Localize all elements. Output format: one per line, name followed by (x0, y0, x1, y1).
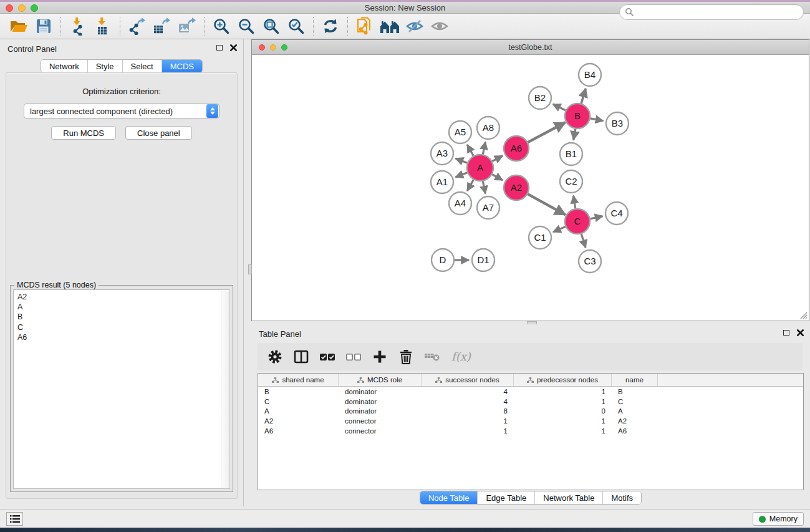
import-network-icon[interactable] (65, 16, 90, 37)
edge-A-A8[interactable] (483, 142, 485, 155)
node-A5[interactable]: A5 (449, 121, 471, 143)
node-D[interactable]: D (432, 249, 454, 271)
select-all-icon[interactable] (319, 348, 336, 365)
edge-A-A5[interactable] (467, 145, 473, 156)
edge-B-B2[interactable] (553, 104, 566, 110)
splitter-handle-vertical[interactable] (248, 264, 252, 274)
network-canvas[interactable]: B4B2BB3A8A5A6A3B1AA1C2A2A4A7C4CC1DD1C3 (252, 55, 809, 321)
gear-icon[interactable] (266, 348, 284, 365)
table-row[interactable]: A6connector11A6 (258, 426, 803, 436)
node-table[interactable]: shared nameMCDS rolesuccessor nodesprede… (258, 373, 804, 490)
task-history-button[interactable] (6, 512, 23, 526)
table-tab-motifs[interactable]: Motifs (602, 491, 641, 504)
edge-A-A6[interactable] (492, 156, 503, 162)
node-A6[interactable]: A6 (504, 136, 529, 161)
add-row-icon[interactable] (371, 348, 388, 365)
export-network-icon[interactable] (125, 16, 150, 37)
edge-C-C4[interactable] (591, 216, 603, 219)
memory-button[interactable]: Memory (753, 512, 804, 526)
node-B2[interactable]: B2 (529, 87, 551, 109)
network-window-titlebar[interactable]: testGlobe.txt (252, 40, 809, 55)
node-table-header[interactable]: shared nameMCDS rolesuccessor nodesprede… (258, 374, 803, 387)
zoom-fit-icon[interactable] (259, 16, 284, 37)
close-table-panel-icon[interactable] (797, 329, 804, 336)
edge-A-A1[interactable] (456, 173, 468, 177)
network-minimize-button[interactable] (270, 44, 276, 51)
edge-C-C3[interactable] (581, 234, 586, 248)
tab-style[interactable]: Style (87, 60, 122, 72)
edge-A2-C[interactable] (528, 194, 565, 215)
houses-icon[interactable] (377, 16, 402, 37)
zoom-window-button[interactable] (31, 4, 38, 12)
export-table-icon[interactable] (150, 16, 175, 37)
network-close-button[interactable] (259, 44, 265, 51)
table-tab-edge-table[interactable]: Edge Table (477, 491, 534, 504)
mcds-result-list[interactable]: A2ABCA6 (13, 289, 230, 489)
edge-A-A4[interactable] (467, 180, 473, 191)
node-A4[interactable]: A4 (449, 192, 471, 215)
node-A8[interactable]: A8 (477, 117, 499, 139)
node-A7[interactable]: A7 (477, 196, 499, 219)
search-input[interactable] (634, 6, 803, 19)
network-zoom-button[interactable] (281, 44, 287, 51)
float-panel-icon[interactable] (216, 45, 223, 51)
column-header-successor-nodes[interactable]: successor nodes (422, 374, 514, 386)
node-A2[interactable]: A2 (504, 175, 529, 200)
node-B4[interactable]: B4 (579, 64, 601, 86)
node-B[interactable]: B (565, 104, 590, 128)
column-icon[interactable] (292, 348, 310, 365)
tab-mcds[interactable]: MCDS (162, 60, 202, 72)
refresh-icon[interactable] (318, 16, 343, 37)
edge-A-A3[interactable] (456, 158, 468, 163)
import-table-icon[interactable] (90, 16, 115, 37)
zoom-in-icon[interactable] (209, 16, 234, 37)
table-tab-node-table[interactable]: Node Table (420, 491, 478, 504)
save-session-icon[interactable] (31, 16, 56, 37)
result-item[interactable]: B (17, 312, 229, 322)
edge-C-C2[interactable] (574, 196, 576, 209)
zoom-out-icon[interactable] (234, 16, 259, 37)
edge-C-C1[interactable] (553, 226, 566, 232)
table-row[interactable]: Adominator80A (258, 407, 803, 417)
open-session-icon[interactable] (6, 16, 31, 37)
node-C4[interactable]: C4 (605, 202, 628, 225)
float-table-panel-icon[interactable] (783, 330, 789, 336)
search-box[interactable] (619, 4, 804, 20)
node-A3[interactable]: A3 (431, 142, 453, 165)
column-header-predecessor-nodes[interactable]: predecessor nodes (514, 374, 612, 386)
hide-selected-icon[interactable] (402, 16, 427, 37)
tab-network[interactable]: Network (41, 60, 87, 72)
export-image-icon[interactable] (175, 16, 200, 37)
edge-B-B4[interactable] (581, 89, 586, 104)
criterion-dropdown[interactable]: largest connected component (directed) (24, 104, 219, 118)
minimize-window-button[interactable] (18, 4, 26, 12)
node-C1[interactable]: C1 (529, 226, 551, 249)
table-row[interactable]: A2connector11A2 (258, 416, 803, 426)
resize-grip-icon[interactable] (799, 311, 808, 319)
edge-A-A7[interactable] (483, 181, 485, 194)
node-C3[interactable]: C3 (579, 250, 601, 273)
zoom-selected-icon[interactable] (284, 16, 309, 37)
close-window-button[interactable] (6, 4, 13, 12)
result-item[interactable]: A (17, 302, 229, 312)
node-D1[interactable]: D1 (472, 249, 494, 271)
edge-B-B1[interactable] (574, 129, 576, 140)
table-row[interactable]: Bdominator41B (258, 387, 803, 397)
new-network-from-selection-icon[interactable] (352, 16, 377, 37)
column-header-shared-name[interactable]: shared name (258, 374, 339, 386)
delete-row-icon[interactable] (397, 348, 415, 365)
result-item[interactable]: A6 (17, 332, 229, 342)
table-tab-network-table[interactable]: Network Table (534, 491, 602, 504)
network-graph[interactable]: B4B2BB3A8A5A6A3B1AA1C2A2A4A7C4CC1DD1C3 (252, 55, 809, 321)
close-panel-button[interactable]: Close panel (125, 126, 192, 140)
node-C[interactable]: C (565, 209, 590, 234)
show-all-icon[interactable] (427, 16, 452, 37)
column-header-MCDS-role[interactable]: MCDS role (339, 374, 422, 386)
table-row[interactable]: Cdominator41C (258, 397, 803, 407)
node-B1[interactable]: B1 (560, 143, 582, 165)
edge-B-B3[interactable] (591, 118, 604, 121)
tab-select[interactable]: Select (122, 60, 162, 72)
run-mcds-button[interactable]: Run MCDS (51, 126, 116, 140)
column-header-name[interactable]: name (612, 374, 658, 386)
edge-A6-B[interactable] (528, 122, 566, 142)
